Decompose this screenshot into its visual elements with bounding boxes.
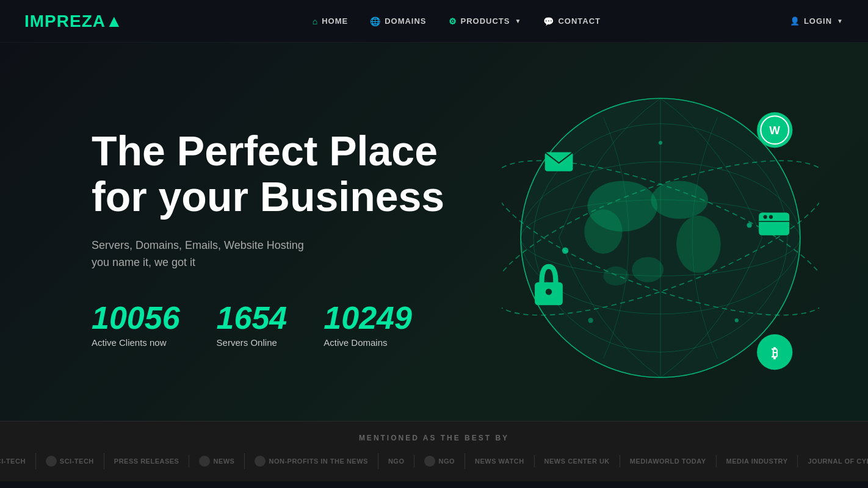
nav-item-products[interactable]: ⚙ PRODUCTS ▼ bbox=[449, 16, 522, 26]
logo-circle-icon bbox=[199, 456, 210, 467]
hero-subtitle-line2: you name it, we got it bbox=[92, 256, 195, 268]
products-icon: ⚙ bbox=[449, 16, 457, 26]
mentioned-title: MENTIONED AS THE BEST BY bbox=[0, 434, 868, 442]
nav-link-products[interactable]: ⚙ PRODUCTS ▼ bbox=[449, 16, 522, 26]
stat-clients-number: 10056 bbox=[92, 302, 180, 334]
svg-rect-21 bbox=[759, 212, 789, 235]
svg-point-15 bbox=[659, 141, 662, 145]
svg-point-8 bbox=[584, 209, 622, 254]
bottom-bar: MENTIONED AS THE BEST BY MB ACTION SCI-T… bbox=[0, 421, 868, 481]
hero-title-line1: The Perfect Place bbox=[92, 127, 438, 174]
logo-circle-icon bbox=[46, 456, 57, 467]
hero-content: The Perfect Place for your Business Serv… bbox=[92, 128, 444, 348]
hero-title: The Perfect Place for your Business bbox=[92, 128, 444, 220]
stat-domains-label: Active Domains bbox=[324, 337, 412, 348]
login-button[interactable]: 👤 LOGIN ▼ bbox=[790, 16, 844, 26]
stat-clients: 10056 Active Clients now bbox=[92, 302, 180, 348]
stats-container: 10056 Active Clients now 1654 Servers On… bbox=[92, 302, 444, 348]
logos-row: MB ACTION SCI-TECH SCI-TECH Press Releas… bbox=[0, 453, 868, 469]
list-item: NGO bbox=[414, 453, 465, 469]
nav-item-home[interactable]: ⌂ HOME bbox=[313, 16, 348, 26]
brand-name-main: IMPREZA bbox=[24, 12, 106, 30]
svg-point-10 bbox=[676, 216, 721, 273]
nav-link-domains[interactable]: 🌐 DOMAINS bbox=[370, 16, 426, 26]
hero-section: The Perfect Place for your Business Serv… bbox=[0, 43, 868, 421]
globe-svg: W ₿ bbox=[502, 79, 819, 396]
nav-item-domains[interactable]: 🌐 DOMAINS bbox=[370, 16, 426, 26]
login-chevron-icon: ▼ bbox=[837, 18, 844, 24]
logo-circle-icon bbox=[255, 456, 266, 467]
stat-clients-label: Active Clients now bbox=[92, 337, 180, 348]
list-item: Non-Profits In The News bbox=[245, 453, 378, 469]
user-icon: 👤 bbox=[790, 16, 800, 26]
chevron-down-icon: ▼ bbox=[515, 18, 521, 24]
hero-subtitle: Servers, Domains, Emails, Website Hostin… bbox=[92, 237, 444, 272]
list-item: News Center UK bbox=[535, 455, 620, 467]
list-item: Press Releases bbox=[104, 455, 190, 467]
list-item: NEWS bbox=[189, 453, 245, 469]
stat-domains: 10249 Active Domains bbox=[324, 302, 412, 348]
stat-servers-number: 1654 bbox=[217, 302, 288, 334]
list-item: News Watch bbox=[465, 455, 535, 467]
logo-circle-icon bbox=[424, 456, 435, 467]
svg-point-23 bbox=[763, 215, 767, 219]
stat-domains-number: 10249 bbox=[324, 302, 412, 334]
list-item: MEDIA INDUSTRY bbox=[717, 455, 798, 467]
stat-servers-label: Servers Online bbox=[217, 337, 288, 348]
stat-servers: 1654 Servers Online bbox=[217, 302, 288, 348]
navbar: IMPREZA▲ ⌂ HOME 🌐 DOMAINS ⚙ PRODUCTS ▼ 💬 bbox=[0, 0, 868, 43]
svg-text:W: W bbox=[769, 124, 780, 137]
hero-subtitle-line1: Servers, Domains, Emails, Website Hostin… bbox=[92, 239, 304, 251]
svg-point-12 bbox=[603, 267, 629, 285]
svg-point-9 bbox=[651, 181, 708, 218]
login-label: LOGIN bbox=[804, 16, 832, 26]
brand-accent: ▲ bbox=[106, 12, 123, 30]
nav-link-home[interactable]: ⌂ HOME bbox=[313, 16, 348, 26]
nav-link-contact[interactable]: 💬 CONTACT bbox=[543, 16, 601, 26]
svg-point-14 bbox=[747, 223, 751, 228]
nav-label-domains: DOMAINS bbox=[385, 16, 426, 26]
svg-point-11 bbox=[632, 257, 664, 282]
contact-icon: 💬 bbox=[543, 16, 554, 26]
nav-item-contact[interactable]: 💬 CONTACT bbox=[543, 16, 601, 26]
hero-title-line2: for your Business bbox=[92, 173, 444, 220]
nav-links: ⌂ HOME 🌐 DOMAINS ⚙ PRODUCTS ▼ 💬 CONTACT bbox=[313, 16, 601, 26]
nav-label-products: PRODUCTS bbox=[461, 16, 510, 26]
svg-point-24 bbox=[769, 215, 773, 219]
list-item: SCI-TECH bbox=[36, 453, 104, 469]
list-item: MediaWorld Today bbox=[620, 455, 717, 467]
home-icon: ⌂ bbox=[313, 16, 318, 26]
nav-label-home: HOME bbox=[322, 16, 348, 26]
list-item: NGO bbox=[378, 455, 415, 467]
svg-point-28 bbox=[546, 289, 552, 295]
globe-illustration: W ₿ bbox=[502, 79, 819, 396]
svg-point-13 bbox=[562, 248, 568, 254]
list-item: SCI-TECH bbox=[0, 453, 36, 469]
brand-logo[interactable]: IMPREZA▲ bbox=[24, 12, 123, 31]
globe-nav-icon: 🌐 bbox=[370, 16, 381, 26]
list-item: Journal of Cyber Policy bbox=[798, 455, 868, 467]
svg-point-16 bbox=[735, 318, 739, 322]
svg-point-17 bbox=[588, 318, 593, 323]
svg-text:₿: ₿ bbox=[772, 346, 778, 360]
nav-label-contact: CONTACT bbox=[558, 16, 601, 26]
